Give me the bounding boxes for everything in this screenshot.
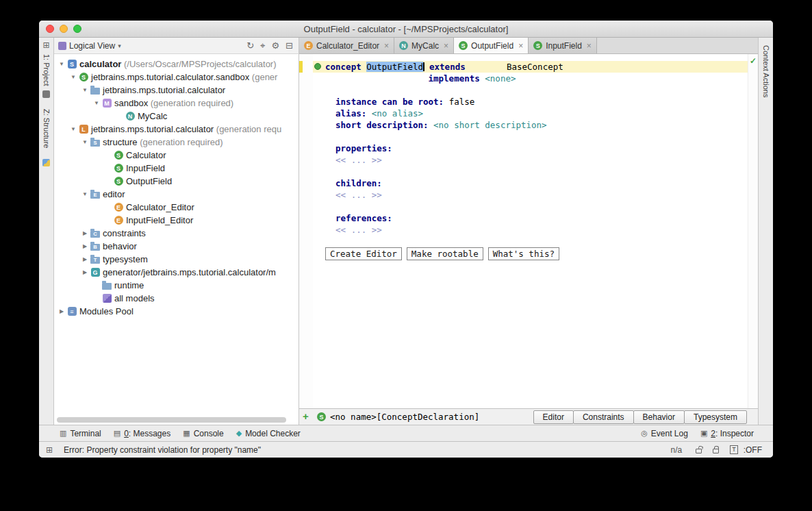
locate-icon[interactable]: ⌖ <box>260 41 265 50</box>
tree-item-behavior[interactable]: ▶Bbehavior <box>54 240 299 253</box>
tree-item-calculator[interactable]: ▼Scalculator (/Users/Oscar/MPSProjects/c… <box>54 58 299 71</box>
expanded-arrow-icon[interactable]: ▼ <box>92 100 101 106</box>
editor-button-create-editor[interactable]: Create Editor <box>325 247 402 260</box>
expanded-arrow-icon[interactable]: ▼ <box>80 87 90 93</box>
sync-icon[interactable]: ↻ <box>246 41 254 50</box>
collapsed-arrow-icon[interactable]: ▶ <box>80 243 90 249</box>
project-active-icon[interactable] <box>42 90 50 98</box>
typesystem-badge[interactable]: T <box>730 445 738 454</box>
code-line-13[interactable]: references: <box>313 212 748 224</box>
editor-tab-mycalc[interactable]: NMyCalc× <box>394 38 454 53</box>
tree-item-editor[interactable]: ▼Eeditor <box>54 188 299 201</box>
editor-tab-calculator-editor[interactable]: ECalculator_Editor× <box>299 38 394 53</box>
collapsed-arrow-icon[interactable]: ▶ <box>80 230 90 236</box>
add-node-button[interactable]: + <box>303 411 309 421</box>
code-line-9[interactable] <box>313 166 748 177</box>
aspect-tabs: EditorConstraintsBehaviorTypesystem <box>534 410 747 424</box>
window-controls <box>46 25 81 33</box>
tree-item-jetbrains-mps-tutorial-calculator[interactable]: ▼Ljetbrains.mps.tutorial.calculator (gen… <box>54 123 299 136</box>
toolbar-item-event-log[interactable]: ◎Event Log <box>641 429 688 438</box>
code-line-4[interactable]: alias: <no alias> <box>313 108 748 119</box>
lock-icon[interactable] <box>713 449 719 453</box>
settings-gear-icon[interactable]: ⚙ <box>271 41 279 50</box>
tree-item-runtime[interactable]: runtime <box>54 279 299 292</box>
code-line-11[interactable]: << ... >> <box>313 189 748 201</box>
aspect-tab-behavior[interactable]: Behavior <box>633 410 685 424</box>
code-line-8[interactable]: << ... >> <box>313 154 748 166</box>
toolbar-item-model-checker[interactable]: ◆Model Checker <box>236 429 301 438</box>
aspect-tab-typesystem[interactable]: Typesystem <box>684 410 747 424</box>
tree-item-typesystem[interactable]: ▶Ttypesystem <box>54 253 299 266</box>
toolwindow-grid-icon[interactable]: ⊞ <box>42 41 49 49</box>
tree-item-calculator-editor[interactable]: ECalculator_Editor <box>54 201 299 214</box>
code-line-1[interactable]: implements <none> <box>313 73 748 84</box>
code-line-15[interactable] <box>313 236 748 247</box>
collapsed-arrow-icon[interactable]: ▶ <box>80 256 90 262</box>
collapsed-arrow-icon[interactable]: ▶ <box>57 308 66 314</box>
tree-item-jetbrains-mps-tutorial-calculator-sandbox[interactable]: ▼Sjetbrains.mps.tutorial.calculator.sand… <box>54 71 299 84</box>
editor-tab-outputfield[interactable]: SOutputField× <box>454 38 529 53</box>
inspection-ok-icon[interactable]: ✓ <box>750 56 757 66</box>
tree-item-suffix: (/Users/Oscar/MPSProjects/calculator) <box>121 59 276 69</box>
close-icon[interactable]: × <box>587 41 592 51</box>
expanded-arrow-icon[interactable]: ▼ <box>68 74 78 80</box>
toolwindow-switcher-icon[interactable]: ⊞ <box>46 445 53 455</box>
expanded-arrow-icon[interactable]: ▼ <box>57 61 66 67</box>
project-panel-header: Logical View ▾ ↻⌖⚙⊟ <box>54 38 299 54</box>
tree-item-label: MyCalc <box>138 111 167 121</box>
tree-item-generator-jetbrains-mps-tutorial-calculator-m[interactable]: ▶Ggenerator/jetbrains.mps.tutorial.calcu… <box>54 266 299 279</box>
editor-tab-inputfield[interactable]: SInputField× <box>529 38 597 53</box>
tree-item-outputfield[interactable]: SOutputField <box>54 175 299 188</box>
code-line-0[interactable]: concept OutputField extends BaseConcept <box>313 61 748 73</box>
code-line-3[interactable]: instance can be root: false <box>313 96 748 108</box>
editor-button-make-rootable[interactable]: Make rootable <box>407 247 483 260</box>
expanded-arrow-icon[interactable]: ▼ <box>80 139 90 145</box>
tree-item-constraints[interactable]: ▶Cconstraints <box>54 227 299 240</box>
expanded-arrow-icon[interactable]: ▼ <box>68 126 78 132</box>
editor-body[interactable]: concept OutputField extends BaseConcept … <box>299 54 758 408</box>
collapse-all-icon[interactable]: ⊟ <box>286 41 293 50</box>
collapsed-arrow-icon[interactable]: ▶ <box>80 269 90 275</box>
tree-item-jetbrains-mps-tutorial-calculator[interactable]: ▼jetbrains.mps.tutorial.calculator <box>54 84 299 97</box>
expanded-arrow-icon[interactable]: ▼ <box>80 191 90 197</box>
project-toolwindow-button[interactable]: 1: Project <box>42 54 51 86</box>
context-actions-toolwindow-button[interactable]: Context Actions <box>762 45 770 97</box>
toolbar-item-console[interactable]: ▦Console <box>183 429 223 438</box>
code-line-7[interactable]: properties: <box>313 142 748 154</box>
editor-button-what-s-this[interactable]: What's this? <box>488 247 559 260</box>
code-line-10[interactable]: children: <box>313 177 748 189</box>
code-line-6[interactable] <box>313 131 748 142</box>
minimize-window-button[interactable] <box>60 25 68 33</box>
zoom-window-button[interactable] <box>73 25 81 33</box>
close-icon[interactable]: × <box>444 41 448 51</box>
code-line-12[interactable] <box>313 201 748 212</box>
code-line-5[interactable]: short description: <no short description… <box>313 119 748 131</box>
structure-toolwindow-button[interactable]: Z: Structure <box>42 109 51 148</box>
hierarchy-tool-icon[interactable] <box>42 159 50 166</box>
tree-item-inputfield[interactable]: SInputField <box>54 162 299 175</box>
view-mode-dropdown[interactable]: Logical View <box>69 41 115 51</box>
chevron-down-icon[interactable]: ▾ <box>118 42 121 49</box>
tree-item-mycalc[interactable]: NMyCalc <box>54 110 299 123</box>
horizontal-scrollbar[interactable] <box>57 417 286 423</box>
editor-scroll-rail: ✓ <box>748 54 758 408</box>
code-line-2[interactable] <box>313 84 748 96</box>
aspect-tab-constraints[interactable]: Constraints <box>573 410 634 424</box>
toolbar-item-messages[interactable]: ▤0: Messages <box>114 429 170 438</box>
write-access-icon[interactable] <box>696 449 702 453</box>
aspect-tab-editor[interactable]: Editor <box>533 410 574 424</box>
tree-item-all-models[interactable]: all models <box>54 292 299 305</box>
tree-item-sandbox[interactable]: ▼Msandbox (generation required) <box>54 97 299 110</box>
close-window-button[interactable] <box>46 25 54 33</box>
tree-item-label: generator/jetbrains.mps.tutorial.calcula… <box>103 267 276 277</box>
toolbar-item-inspector[interactable]: ▣2: Inspector <box>700 429 754 438</box>
close-icon[interactable]: × <box>384 41 389 51</box>
toolbar-item-terminal[interactable]: ▥Terminal <box>60 429 101 438</box>
code-line-14[interactable]: << ... >> <box>313 224 748 236</box>
tree-item-inputfield-editor[interactable]: EInputField_Editor <box>54 214 299 227</box>
tree-item-structure[interactable]: ▼Sstructure (generation required) <box>54 136 299 149</box>
tree-item-calculator[interactable]: SCalculator <box>54 149 299 162</box>
close-icon[interactable]: × <box>518 41 523 51</box>
tree-item-modules-pool[interactable]: ▶≡Modules Pool <box>54 305 299 318</box>
generator-icon: G <box>90 268 101 277</box>
